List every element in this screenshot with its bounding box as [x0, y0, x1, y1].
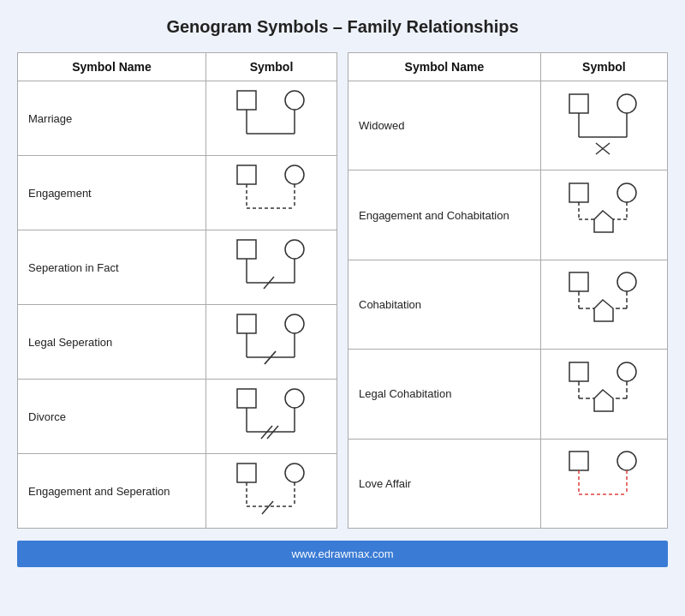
svg-point-64: [617, 452, 636, 470]
left-header-symbol: Symbol: [206, 53, 337, 81]
row-name: Engagement and Cohabitation: [348, 170, 541, 260]
svg-rect-56: [569, 362, 588, 381]
svg-rect-16: [237, 314, 256, 333]
symbol-cell: [540, 81, 667, 170]
svg-rect-42: [569, 183, 588, 202]
row-name: Cohabitation: [348, 260, 541, 349]
table-row: Engagement and Seperation: [18, 454, 337, 529]
svg-rect-29: [237, 463, 256, 482]
svg-point-11: [285, 240, 304, 259]
svg-point-57: [617, 362, 636, 381]
row-name: Seperation in Fact: [18, 230, 206, 305]
left-table: Symbol Name Symbol Marriage: [17, 52, 337, 529]
svg-point-1: [285, 91, 304, 110]
svg-marker-62: [594, 390, 613, 411]
svg-rect-10: [237, 240, 256, 259]
svg-rect-35: [569, 94, 588, 113]
table-row: Legal Seperation: [18, 305, 337, 380]
symbol-cell: [206, 454, 337, 529]
symbol-cell: [540, 170, 667, 260]
symbol-cell: [540, 260, 667, 349]
svg-point-23: [285, 389, 304, 408]
table-row: Widowed: [348, 81, 668, 170]
svg-rect-63: [569, 452, 588, 470]
svg-point-50: [617, 272, 636, 291]
symbol-cell: [540, 439, 667, 528]
table-row: Seperation in Fact: [18, 230, 337, 305]
row-name: Engagement and Seperation: [18, 454, 206, 529]
table-row: Marriage: [18, 81, 337, 156]
left-header-name: Symbol Name: [18, 53, 206, 81]
svg-point-43: [617, 183, 636, 202]
row-name: Love Affair: [348, 439, 541, 528]
svg-marker-48: [594, 211, 613, 232]
table-row: Divorce: [18, 380, 337, 454]
symbol-cell: [206, 305, 337, 380]
symbol-cell: [206, 156, 337, 230]
svg-point-6: [285, 165, 304, 184]
svg-rect-49: [569, 272, 588, 291]
svg-marker-55: [594, 300, 613, 321]
tables-wrapper: Symbol Name Symbol Marriage: [17, 52, 668, 529]
table-row: Engagement: [18, 156, 337, 230]
table-row: Engagement and Cohabitation: [348, 170, 668, 260]
row-name: Legal Cohabitation: [348, 350, 541, 439]
symbol-cell: [206, 230, 337, 305]
symbol-cell: [206, 380, 337, 454]
page-title: Genogram Symbols – Family Relationships: [166, 17, 518, 37]
row-name: Marriage: [18, 81, 206, 156]
row-name: Engagement: [18, 156, 206, 230]
symbol-cell: [540, 350, 667, 439]
svg-line-34: [262, 501, 273, 514]
right-table: Symbol Name Symbol Widowed: [348, 52, 668, 529]
svg-point-36: [617, 94, 636, 113]
table-row: Love Affair: [348, 439, 668, 528]
svg-point-17: [285, 314, 304, 333]
svg-point-30: [285, 463, 304, 482]
svg-rect-0: [237, 91, 256, 110]
right-header-symbol: Symbol: [540, 53, 667, 81]
footer-bar: www.edrawmax.com: [17, 541, 668, 567]
svg-rect-22: [237, 389, 256, 408]
svg-rect-5: [237, 165, 256, 184]
table-row: Legal Cohabitation: [348, 350, 668, 439]
row-name: Legal Seperation: [18, 305, 206, 380]
row-name: Divorce: [18, 380, 206, 454]
right-header-name: Symbol Name: [348, 53, 541, 81]
table-row: Cohabitation: [348, 260, 668, 349]
row-name: Widowed: [348, 81, 541, 170]
symbol-cell: [206, 81, 337, 156]
